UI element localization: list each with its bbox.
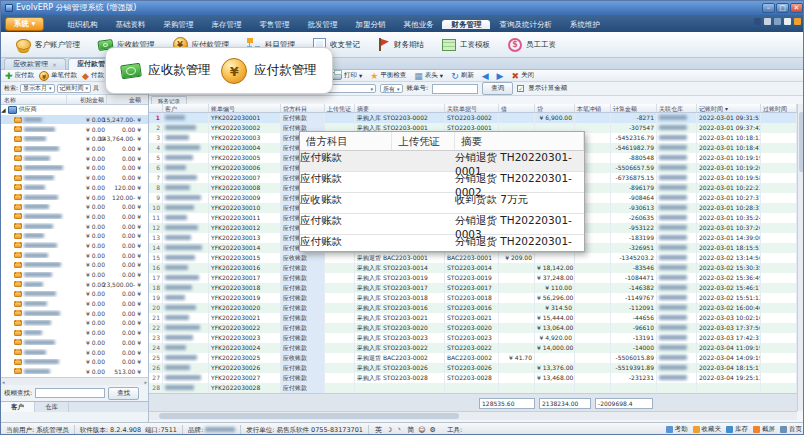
popup-row[interactable]: 应付账款分销退货 TH20220301-0004 xyxy=(300,235,584,252)
left-horizontal-scrollbar[interactable]: ◂▸ xyxy=(1,377,148,385)
minimize-button[interactable]: – xyxy=(762,3,775,13)
field-combo[interactable]: 记账时间▾ xyxy=(57,84,92,93)
grid-horizontal-scrollbar[interactable] xyxy=(149,411,797,420)
tree-row[interactable]: ¥ 0.00¥ 0.00 xyxy=(1,153,148,163)
toolbar-button-表头[interactable]: ▦表头▾ xyxy=(414,71,443,81)
tree-row[interactable]: ¥ 0.00¥ 0.00 xyxy=(1,250,148,260)
menu-item-库存管理[interactable]: 库存管理 xyxy=(202,20,250,29)
tray-icon[interactable] xyxy=(754,18,761,25)
tree-row[interactable]: ¥ 0.00¥ -23,500.00 xyxy=(1,279,148,289)
ribbon-button-员工工资[interactable]: $员工工资 xyxy=(499,34,565,56)
tray-icon[interactable] xyxy=(794,18,801,25)
popup-row[interactable]: 应付账款分销退货 TH20220301-0003 xyxy=(300,214,584,235)
grid-row[interactable]: 18YFK2022030018应付账款采购入库 STO2203-0017STO2… xyxy=(149,283,797,293)
status-button-考勤[interactable]: 考勤 xyxy=(666,425,688,434)
column-header-贷[interactable]: 贷 xyxy=(535,104,575,112)
status-button-收藏夹[interactable]: 收藏夹 xyxy=(693,425,722,434)
tree-row[interactable]: ¥ 0.00¥ 0.00 xyxy=(1,308,148,318)
system-menu-button[interactable]: 系统 ▾ xyxy=(5,17,44,31)
grid-row[interactable]: 27YFK2022030027应付账款采购入库 STO2203-0028STO2… xyxy=(149,373,797,383)
tree-row[interactable]: ¥ 0.00¥ 0.00 xyxy=(1,231,148,241)
toolbar-button-平衡检查[interactable]: ★平衡检查 xyxy=(370,71,406,81)
menu-item-零售管理[interactable]: 零售管理 xyxy=(250,20,298,29)
type-combo[interactable]: 所有▾ xyxy=(380,84,403,93)
popup-row[interactable]: 应付账款分销退货 TH20220301-0001 xyxy=(300,151,584,172)
column-header-贷方科目[interactable]: 贷方科目 xyxy=(281,104,325,112)
overlay-receivables-item[interactable]: 应收款管理 xyxy=(121,62,211,79)
toolbar-button-打印[interactable]: 打印▾ xyxy=(331,71,362,80)
column-header-客户[interactable]: 客户 xyxy=(163,104,209,112)
tree-root-row[interactable]: ◢供应商 xyxy=(1,105,148,115)
maximize-button[interactable]: ▢ xyxy=(776,3,789,13)
tree-row[interactable]: ¥ 0.00¥ 0.00 xyxy=(1,338,148,348)
tree-row[interactable]: ¥ 0.00¥ 0.00 xyxy=(1,212,148,222)
status-button-首页[interactable]: 首页 xyxy=(780,425,802,434)
ime-icon[interactable]: 英 xyxy=(375,425,382,435)
column-header-摘要[interactable]: 摘要 xyxy=(355,104,445,112)
tree-row[interactable]: ¥ 0.00¥ -15,247.00 xyxy=(1,115,148,125)
ime-icon[interactable]: ☺ xyxy=(418,426,425,434)
tray-icon[interactable] xyxy=(784,18,791,25)
column-header-借[interactable]: 借 xyxy=(499,104,535,112)
menu-item-组织机构[interactable]: 组织机构 xyxy=(58,20,106,29)
menu-item-批发管理[interactable]: 批发管理 xyxy=(298,20,346,29)
column-header-关联仓库[interactable]: 关联仓库 xyxy=(657,104,697,112)
left-toolbar-button-付款[interactable]: ◆付款 xyxy=(82,71,104,81)
column-header-关联单据号[interactable]: 关联单据号 xyxy=(445,104,499,112)
status-button-库存[interactable]: 库存 xyxy=(726,425,748,434)
grid-row[interactable]: 23YFK2022030023应付账款采购入库 STO2203-0023STO2… xyxy=(149,333,797,343)
grid-row[interactable]: 28YFK2022030028应付账款 xyxy=(149,383,797,393)
show-calc-checkbox[interactable]: ✓ xyxy=(517,85,524,92)
column-header-账单编号[interactable]: 账单编号 xyxy=(209,104,281,112)
tree-row[interactable]: ¥ 0.00¥ 0.00 xyxy=(1,163,148,173)
fuzzy-search-input[interactable] xyxy=(35,388,105,398)
tree-row[interactable]: ¥ 0.00¥ 0.00 xyxy=(1,241,148,251)
column-header-过账时间[interactable]: 过账时间 xyxy=(761,104,797,112)
tree-row[interactable]: ¥ 0.00¥ 0.00 xyxy=(1,124,148,134)
grid-row[interactable]: 20YFK2022030020应付账款采购入库 STO2203-0016STO2… xyxy=(149,303,797,313)
column-header-本笔冲销[interactable]: 本笔冲销 xyxy=(575,104,611,112)
grid-row[interactable]: 16YFK2022030016应付账款采购入库 STO2203-0014STO2… xyxy=(149,263,797,273)
left-tab-客户[interactable]: 客户 xyxy=(1,402,35,412)
left-toolbar-button-单笔付款[interactable]: ¥单笔付款 xyxy=(39,71,77,81)
grid-row[interactable]: 1YFK2022030001应付账款采购入库 STO2203-0002STO22… xyxy=(149,113,797,123)
bill-number-input[interactable] xyxy=(432,84,478,94)
grid-vertical-scrollbar[interactable] xyxy=(797,104,804,411)
tree-row[interactable]: ¥ 0.00¥ 0.00 xyxy=(1,260,148,270)
tree-row[interactable]: ¥ 0.00¥ 0.00 xyxy=(1,376,148,377)
column-header-row-number[interactable] xyxy=(149,104,163,112)
popup-row[interactable]: 应付账款分销退货 TH20220301-0002 xyxy=(300,172,584,193)
tree-row[interactable]: ¥ 0.00¥ 0.00 xyxy=(1,299,148,309)
close-button[interactable]: ✕ xyxy=(790,3,803,13)
tree-row[interactable]: ¥ 0.00¥ 0.00 xyxy=(1,347,148,357)
ime-icon[interactable]: 丶 xyxy=(396,425,403,435)
grid-row[interactable]: 25YFK2022030025应收账款采购退货 BAC2203-0002BAC2… xyxy=(149,353,797,363)
grid-tab[interactable]: 账务记录 xyxy=(151,96,187,104)
grid-row[interactable]: 17YFK2022030017应付账款采购入库 STO2203-0019STO2… xyxy=(149,273,797,283)
grid-row[interactable]: 19YFK2022030019应付账款采购入库 STO2203-0018STO2… xyxy=(149,293,797,303)
ime-icon[interactable]: 简 xyxy=(407,425,414,435)
grid-row[interactable]: 24YFK2022030024应付账款采购入库 STO2203-0022STO2… xyxy=(149,343,797,353)
menu-item-查询及统计分析[interactable]: 查询及统计分析 xyxy=(490,20,561,29)
tree-row[interactable]: ¥ 0.00¥ 0.00 xyxy=(1,318,148,328)
grid-row[interactable]: 21YFK2022030021应付账款采购入库 STO2203-0021STO2… xyxy=(149,313,797,323)
menu-item-加盟分销[interactable]: 加盟分销 xyxy=(346,20,394,29)
tree-row[interactable]: ¥ 0.00¥ 513.00 xyxy=(1,367,148,377)
grid-row[interactable]: 26YFK2022030026应付账款采购入库 STO2203-0026STO2… xyxy=(149,363,797,373)
ime-bar[interactable]: 英☽丶简☺⚙ xyxy=(369,425,442,435)
popup-row[interactable]: 应收账款收到货款 7万元 xyxy=(300,193,584,214)
tab-应收款管理[interactable]: 应收款管理× xyxy=(4,58,66,70)
tree-row[interactable]: ¥ 0.00¥ 0.00 xyxy=(1,221,148,231)
tree-row[interactable]: ¥ 0.00¥ 0.00 xyxy=(1,289,148,299)
menu-item-采购管理[interactable]: 采购管理 xyxy=(154,20,202,29)
left-toolbar-button-应付款[interactable]: ✚应付款 xyxy=(5,71,34,81)
tree-row[interactable]: ¥ 0.00¥ 0.00 xyxy=(1,270,148,280)
fuzzy-search-button[interactable]: 查找 xyxy=(108,387,139,400)
ribbon-button-工资模板[interactable]: 工资模板 xyxy=(433,34,499,56)
tray-icon[interactable] xyxy=(774,18,781,25)
column-header-计算金额[interactable]: 计算金额 xyxy=(611,104,657,112)
menu-item-财务管理[interactable]: 财务管理 xyxy=(442,20,490,29)
overlay-payables-item[interactable]: ¥ 应付款管理 xyxy=(221,58,317,84)
left-tab-仓库[interactable]: 仓库 xyxy=(35,402,69,412)
tree-row[interactable]: ¥ 0.00¥ 0.00 xyxy=(1,144,148,154)
